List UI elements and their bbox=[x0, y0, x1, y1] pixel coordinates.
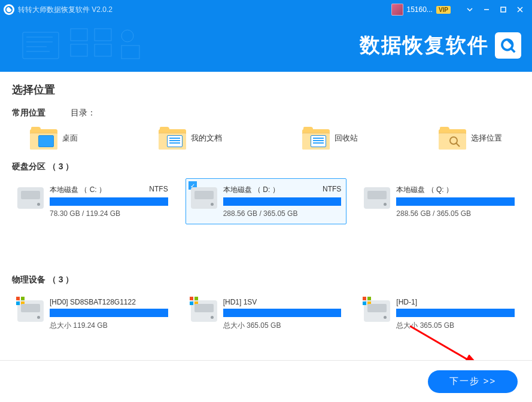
close-button[interactable] bbox=[512, 2, 528, 17]
common-locations-label: 常用位置 bbox=[12, 108, 45, 118]
svg-rect-26 bbox=[367, 297, 371, 300]
partition-name: 本地磁盘 （ D: ） bbox=[223, 185, 279, 195]
svg-rect-17 bbox=[16, 297, 20, 300]
svg-rect-18 bbox=[21, 297, 25, 300]
devices-title: 物理设备 （ 3 ） bbox=[12, 275, 520, 285]
device-size: 总大小 365.05 GB bbox=[223, 321, 342, 331]
banner: 数据恢复软件 bbox=[0, 19, 532, 72]
disk-icon bbox=[364, 187, 390, 209]
partition-usage: 288.56 GB / 365.05 GB bbox=[396, 209, 515, 218]
titlebar: 转转大师数据恢复软件 V2.0.2 15160... VIP bbox=[0, 0, 532, 19]
partition-card-c[interactable]: ✓ 本地磁盘 （ C: ）NTFS 78.30 GB / 119.24 GB bbox=[12, 178, 174, 224]
svg-rect-10 bbox=[95, 29, 111, 41]
page-heading: 选择位置 bbox=[12, 83, 520, 97]
usage-bar bbox=[396, 197, 515, 206]
footer: 下一步 >> bbox=[0, 360, 532, 402]
svg-rect-13 bbox=[121, 45, 139, 59]
svg-rect-25 bbox=[363, 297, 366, 300]
usage-bar bbox=[50, 309, 168, 317]
quick-choose-location[interactable]: 选择位置 bbox=[439, 127, 502, 150]
svg-rect-9 bbox=[71, 44, 87, 56]
quick-recycle-bin[interactable]: 回收站 bbox=[302, 127, 358, 150]
next-button[interactable]: 下一步 >> bbox=[428, 370, 518, 393]
usage-bar bbox=[396, 309, 515, 317]
svg-rect-27 bbox=[363, 302, 366, 305]
quick-item-label: 选择位置 bbox=[471, 133, 502, 144]
physical-disk-icon bbox=[191, 300, 217, 322]
svg-point-12 bbox=[121, 30, 133, 42]
user-area[interactable]: 15160... VIP bbox=[391, 4, 451, 16]
partition-fs: NTFS bbox=[323, 185, 341, 195]
quick-locations: 桌面 我的文档 回收站 选择位置 bbox=[12, 127, 520, 158]
banner-decoration bbox=[17, 24, 148, 67]
physical-disk-icon bbox=[17, 300, 44, 322]
svg-rect-23 bbox=[190, 302, 193, 305]
svg-rect-28 bbox=[367, 302, 371, 305]
usage-bar bbox=[223, 197, 342, 206]
quick-desktop[interactable]: 桌面 bbox=[30, 127, 78, 150]
disk-icon bbox=[191, 187, 217, 209]
minimize-button[interactable] bbox=[478, 2, 495, 17]
svg-rect-22 bbox=[194, 297, 198, 300]
folder-documents-icon bbox=[159, 127, 186, 150]
directory-label: 目录： bbox=[71, 108, 96, 118]
svg-rect-8 bbox=[71, 29, 87, 41]
svg-rect-2 bbox=[501, 7, 506, 12]
dropdown-button[interactable] bbox=[461, 2, 478, 17]
device-card-hd0[interactable]: [HD0] SD8SBAT128G1122 总大小 119.24 GB bbox=[12, 291, 174, 337]
device-name: [HD0] SD8SBAT128G1122 bbox=[50, 298, 136, 306]
disk-icon bbox=[17, 187, 44, 209]
svg-rect-24 bbox=[194, 302, 198, 305]
quick-item-label: 回收站 bbox=[335, 133, 358, 144]
partition-name: 本地磁盘 （ C: ） bbox=[50, 185, 106, 195]
device-size: 总大小 119.24 GB bbox=[50, 321, 168, 331]
partition-usage: 288.56 GB / 365.05 GB bbox=[223, 209, 342, 218]
svg-rect-11 bbox=[95, 44, 111, 56]
folder-recycle-icon bbox=[302, 127, 330, 150]
physical-disk-icon bbox=[364, 300, 390, 322]
svg-point-0 bbox=[6, 7, 13, 13]
brand-icon bbox=[495, 32, 521, 59]
partition-name: 本地磁盘 （ Q: ） bbox=[396, 185, 453, 195]
partition-fs: NTFS bbox=[149, 185, 168, 195]
device-card-hd-1[interactable]: [HD-1] 总大小 365.05 GB bbox=[358, 291, 520, 337]
vip-badge: VIP bbox=[436, 6, 451, 14]
user-id: 15160... bbox=[407, 5, 433, 14]
content: 选择位置 常用位置 目录： 桌面 我的文档 回收站 选择位置 硬盘分区 （ 3 … bbox=[0, 72, 532, 342]
folder-desktop-icon bbox=[30, 127, 57, 150]
quick-item-label: 我的文档 bbox=[191, 133, 222, 144]
app-logo-icon bbox=[4, 4, 14, 15]
partitions-list: ✓ 本地磁盘 （ C: ）NTFS 78.30 GB / 119.24 GB ✓… bbox=[12, 178, 520, 229]
svg-rect-3 bbox=[23, 32, 59, 59]
svg-rect-19 bbox=[16, 302, 20, 305]
usage-bar bbox=[223, 309, 342, 317]
maximize-button[interactable] bbox=[495, 2, 512, 17]
folder-browse-icon bbox=[439, 127, 466, 150]
device-name: [HD-1] bbox=[396, 298, 417, 306]
devices-list: [HD0] SD8SBAT128G1122 总大小 119.24 GB [HD1… bbox=[12, 291, 520, 342]
usage-bar bbox=[50, 197, 168, 206]
device-size: 总大小 365.05 GB bbox=[396, 321, 515, 331]
avatar bbox=[391, 4, 403, 16]
quick-documents[interactable]: 我的文档 bbox=[159, 127, 222, 150]
partitions-title: 硬盘分区 （ 3 ） bbox=[12, 162, 520, 172]
app-title: 转转大师数据恢复软件 V2.0.2 bbox=[18, 5, 113, 15]
brand-text: 数据恢复软件 bbox=[360, 32, 489, 59]
device-name: [HD1] 1SV bbox=[223, 298, 257, 306]
svg-rect-21 bbox=[190, 297, 193, 300]
svg-line-16 bbox=[456, 143, 460, 147]
device-card-hd1[interactable]: [HD1] 1SV 总大小 365.05 GB bbox=[186, 291, 347, 337]
partition-usage: 78.30 GB / 119.24 GB bbox=[50, 209, 168, 218]
partition-card-q[interactable]: ✓ 本地磁盘 （ Q: ） 288.56 GB / 365.05 GB bbox=[358, 178, 520, 224]
partition-card-d[interactable]: ✓ 本地磁盘 （ D: ）NTFS 288.56 GB / 365.05 GB bbox=[186, 178, 347, 224]
quick-item-label: 桌面 bbox=[62, 133, 78, 144]
svg-rect-20 bbox=[21, 302, 25, 305]
